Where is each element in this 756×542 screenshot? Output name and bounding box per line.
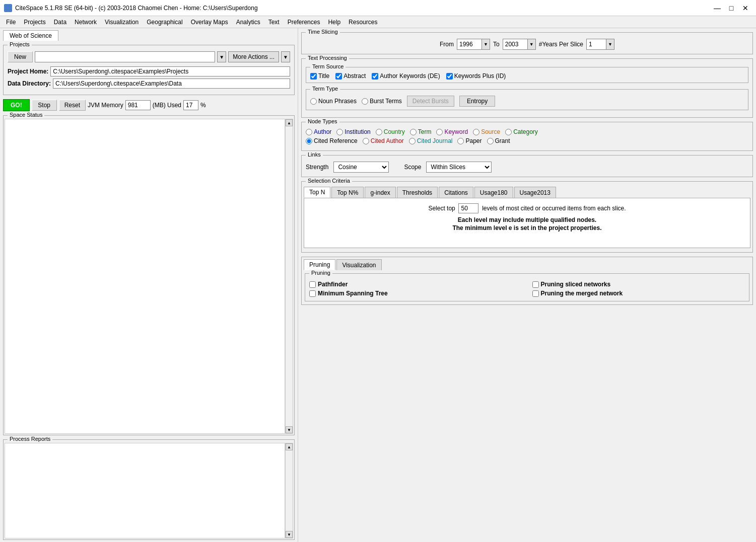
node-paper[interactable]: Paper	[457, 137, 482, 144]
author-keywords-checkbox[interactable]	[372, 73, 378, 80]
to-arrow[interactable]: ▼	[528, 39, 536, 50]
term-radio[interactable]	[410, 129, 417, 135]
new-button[interactable]: New	[8, 51, 33, 62]
years-per-slice-input[interactable]	[586, 39, 606, 50]
node-cited-journal[interactable]: Cited Journal	[409, 137, 453, 144]
author-radio[interactable]	[306, 129, 312, 135]
pruning-sliced-checkbox[interactable]	[532, 281, 539, 288]
data-directory-input[interactable]	[53, 79, 290, 89]
term-source-author-keywords[interactable]: Author Keywords (DE)	[372, 72, 440, 80]
cited-reference-radio[interactable]	[306, 138, 312, 144]
paper-radio[interactable]	[457, 138, 464, 144]
scope-dropdown: Within Slices Overall	[426, 162, 492, 173]
scope-select[interactable]: Within Slices Overall	[426, 162, 492, 173]
node-keyword[interactable]: Keyword	[436, 128, 468, 135]
term-source-abstract[interactable]: Abstract	[335, 72, 366, 80]
from-value-input[interactable]	[457, 39, 482, 50]
term-source-title[interactable]: Title	[310, 72, 329, 80]
menu-file[interactable]: File	[2, 18, 20, 27]
from-arrow[interactable]: ▼	[482, 39, 490, 50]
pr-scroll-down-arrow[interactable]: ▼	[286, 531, 293, 538]
stop-button[interactable]: Stop	[32, 100, 57, 111]
node-term[interactable]: Term	[410, 128, 432, 135]
space-status-scrollbar[interactable]: ▲ ▼	[285, 119, 293, 434]
noun-phrases-radio-label[interactable]: Noun Phrases	[310, 98, 357, 105]
to-value-input[interactable]	[503, 39, 528, 50]
node-cited-reference[interactable]: Cited Reference	[306, 137, 358, 144]
keyword-radio[interactable]	[436, 129, 443, 135]
process-reports-scrollbar[interactable]: ▲ ▼	[285, 443, 293, 538]
entropy-button[interactable]: Entropy	[459, 96, 495, 107]
scroll-up-arrow[interactable]: ▲	[286, 119, 293, 126]
pruning-sliced-networks[interactable]: Pruning sliced networks	[532, 281, 745, 288]
country-radio[interactable]	[376, 129, 382, 135]
min-spanning-tree-checkbox[interactable]	[309, 290, 316, 297]
more-actions-arrow-button[interactable]: ▼	[281, 51, 290, 62]
tab-top-n[interactable]: Top N	[304, 187, 330, 198]
grant-radio[interactable]	[487, 138, 494, 144]
tab-thresholds[interactable]: Thresholds	[397, 187, 438, 198]
burst-terms-radio-label[interactable]: Burst Terms	[362, 98, 402, 105]
menu-projects[interactable]: Projects	[20, 18, 49, 27]
pruning-minimum-spanning-tree[interactable]: Minimum Spanning Tree	[309, 290, 522, 297]
menu-text[interactable]: Text	[264, 18, 284, 27]
node-cited-author[interactable]: Cited Author	[363, 137, 404, 144]
minimize-button[interactable]: —	[711, 3, 724, 13]
burst-terms-radio[interactable]	[362, 98, 368, 105]
cited-author-radio[interactable]	[363, 138, 369, 144]
pr-scroll-up-arrow[interactable]: ▲	[286, 443, 293, 450]
tab-g-index[interactable]: g-index	[365, 187, 395, 198]
pruning-tabs-row: Pruning Visualization	[302, 257, 752, 270]
node-category[interactable]: Category	[505, 128, 538, 135]
pruning-merged-network[interactable]: Pruning the merged network	[532, 290, 745, 297]
menu-network[interactable]: Network	[71, 18, 101, 27]
menu-overlay-maps[interactable]: Overlay Maps	[187, 18, 232, 27]
tab-visualization[interactable]: Visualization	[336, 259, 381, 270]
menu-help[interactable]: Help	[324, 18, 345, 27]
maximize-button[interactable]: □	[725, 3, 738, 13]
reset-button[interactable]: Reset	[59, 100, 86, 111]
cited-journal-radio[interactable]	[409, 138, 416, 144]
menu-visualization[interactable]: Visualization	[101, 18, 143, 27]
source-radio[interactable]	[473, 129, 479, 135]
top-n-value-input[interactable]	[458, 203, 478, 213]
pathfinder-checkbox[interactable]	[309, 281, 316, 288]
detect-bursts-button[interactable]: Detect Bursts	[407, 96, 454, 107]
menu-analytics[interactable]: Analytics	[232, 18, 264, 27]
years-per-slice-arrow[interactable]: ▼	[606, 39, 614, 50]
node-source[interactable]: Source	[473, 128, 500, 135]
node-author[interactable]: Author	[306, 128, 331, 135]
menu-data[interactable]: Data	[50, 18, 71, 27]
strength-select[interactable]: Cosine Pearson Jaccard	[333, 162, 389, 173]
abstract-checkbox[interactable]	[335, 73, 342, 80]
close-button[interactable]: ✕	[739, 3, 752, 13]
noun-phrases-radio[interactable]	[310, 98, 317, 105]
project-name-input[interactable]	[35, 51, 215, 62]
category-radio[interactable]	[505, 129, 512, 135]
node-country[interactable]: Country	[376, 128, 405, 135]
tab-top-n-percent[interactable]: Top N%	[331, 187, 364, 198]
tab-citations[interactable]: Citations	[439, 187, 473, 198]
node-grant[interactable]: Grant	[487, 137, 510, 144]
tab-pruning[interactable]: Pruning	[304, 259, 335, 270]
institution-radio[interactable]	[336, 129, 343, 135]
menu-preferences[interactable]: Preferences	[284, 18, 324, 27]
tab-web-of-science[interactable]: Web of Science	[3, 30, 58, 41]
node-institution[interactable]: Institution	[336, 128, 370, 135]
mb-used-label: (MB) Used	[153, 102, 181, 109]
menu-geographical[interactable]: Geographical	[143, 18, 186, 27]
go-button[interactable]: GO!	[3, 99, 30, 111]
menu-resources[interactable]: Resources	[345, 18, 381, 27]
tab-usage180[interactable]: Usage180	[474, 187, 513, 198]
pruning-pathfinder[interactable]: Pathfinder	[309, 281, 522, 288]
pruning-merged-checkbox[interactable]	[532, 290, 539, 297]
project-home-input[interactable]	[50, 66, 290, 76]
more-actions-button[interactable]: More Actions ...	[228, 51, 279, 62]
tab-usage2013[interactable]: Usage2013	[514, 187, 556, 198]
title-label: Title	[318, 72, 329, 80]
scroll-down-arrow[interactable]: ▼	[286, 426, 293, 433]
title-checkbox[interactable]	[310, 73, 317, 80]
keywords-plus-checkbox[interactable]	[446, 73, 453, 80]
project-dropdown-button[interactable]: ▼	[217, 51, 226, 62]
term-source-keywords-plus[interactable]: Keywords Plus (ID)	[446, 72, 506, 80]
